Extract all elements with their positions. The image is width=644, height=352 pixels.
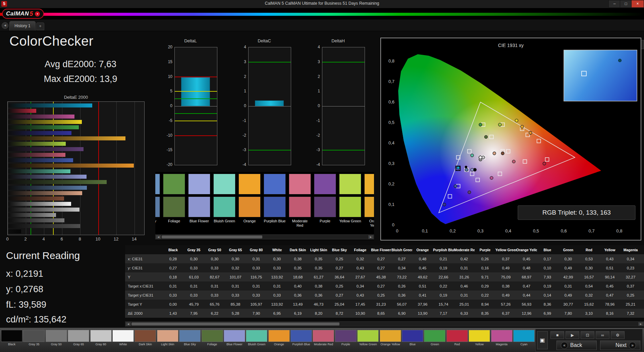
patch-gray-80[interactable]: Gray 80	[90, 330, 112, 346]
max-de2000: Max dE2000: 13,9	[13, 74, 148, 84]
strip-item-yellow-green[interactable]: Yellow Green	[339, 174, 361, 227]
reference-line	[322, 150, 365, 150]
table-cell: 0,19	[433, 263, 454, 272]
logo-menu-caret-icon[interactable]: ▾	[35, 11, 40, 16]
patch-red[interactable]: Red	[446, 330, 468, 346]
scrollbar-thumb[interactable]	[162, 235, 262, 238]
table-cell: 0,48	[516, 263, 537, 272]
patch-foliage[interactable]: Foliage	[202, 330, 223, 346]
patch-cyan[interactable]: Cyan	[513, 330, 535, 346]
capture-button[interactable]: ⊡	[581, 331, 594, 339]
patch-label: Purplish Blue	[290, 343, 312, 346]
table-cell: 0,16	[475, 263, 495, 272]
table-cell: 13,49	[287, 300, 308, 309]
strip-item-orange[interactable]: Orange	[238, 174, 261, 227]
table-cell: 133,92	[267, 272, 287, 281]
table-cell: 0,30	[267, 254, 287, 263]
strip-item-foliage[interactable]: Foliage	[163, 174, 185, 227]
patch-green[interactable]: Green	[424, 330, 445, 346]
patch-yellow-green[interactable]: Yellow Green	[357, 330, 379, 346]
x-tick-label: 0,1	[422, 228, 428, 233]
patch-label: Red	[446, 343, 468, 346]
table-cell: 0,48	[412, 254, 433, 263]
strip-item-purple[interactable]: Purple	[314, 174, 336, 227]
deltah-chart: DeltaH 43210-1-2-3-4	[310, 38, 366, 173]
patch-gray-50[interactable]: Gray 50	[46, 330, 67, 346]
patch-yellow[interactable]: Yellow	[469, 330, 490, 346]
strip-item-purplish-blue[interactable]: Purplish Blue	[264, 174, 286, 227]
x-tick-label: 0,3	[477, 228, 483, 233]
patch-dark-skin[interactable]: Dark Skin	[135, 330, 156, 346]
minimize-button[interactable]: –	[608, 0, 621, 8]
deltae-bar-blue-sky	[8, 186, 87, 190]
patch-moderate-red[interactable]: Moderate Red	[313, 330, 334, 346]
scroll-right-icon[interactable]: ▶	[638, 322, 643, 326]
scroll-right-icon[interactable]: ▶	[368, 235, 373, 239]
table-cell: 7,95	[183, 309, 204, 318]
target-swatch	[339, 196, 361, 217]
patch-label: Orange Yellow	[380, 343, 401, 346]
strip-item-blue-sky[interactable]: Blue Sky	[155, 174, 160, 227]
settings-button[interactable]: ⚙	[611, 331, 625, 339]
patch-purple[interactable]: Purple	[335, 330, 357, 346]
patch-orange[interactable]: Orange	[268, 330, 290, 346]
close-button[interactable]: ×	[631, 0, 644, 8]
table-cell: 0,33	[267, 263, 287, 272]
patch-magenta[interactable]: Magenta	[491, 330, 513, 346]
table-cell: 0,31	[558, 281, 579, 291]
table-cell: 12,96	[516, 309, 537, 318]
patch-black[interactable]: Black	[1, 330, 22, 346]
patch-blue-sky[interactable]: Blue Sky	[179, 330, 201, 346]
pattern-window-button[interactable]: ▣	[537, 331, 548, 349]
cie-plot: 00,10,20,30,40,50,60,70,800,10,20,30,40,…	[381, 38, 641, 240]
patch-orange-yellow[interactable]: Orange Yellow	[380, 330, 401, 346]
add-tab-button[interactable]: +	[36, 23, 44, 30]
table-cell: 37,96	[412, 300, 433, 309]
patch-gray-35[interactable]: Gray 35	[23, 330, 45, 346]
patch-blue[interactable]: Blue	[402, 330, 423, 346]
deltae-bar-dark-skin	[8, 196, 64, 201]
calman-logo[interactable]: CalMAN 5 ▾	[2, 9, 44, 19]
stop-button[interactable]: ■	[550, 331, 564, 339]
patch-bluish-green[interactable]: Bluish Green	[246, 330, 267, 346]
patch-white[interactable]: White	[112, 330, 134, 346]
nav-back-button[interactable]: ◀	[2, 22, 8, 29]
deltae-bar-yellow-green	[8, 142, 66, 146]
deltae-bar-light-skin	[8, 191, 82, 195]
play-button[interactable]: ▶	[566, 331, 579, 339]
table-cell: 0,35	[287, 263, 308, 272]
table-cell: 0,43	[350, 291, 371, 300]
back-button[interactable]: « Back	[556, 341, 597, 350]
patch-gray-65[interactable]: Gray 65	[68, 330, 89, 346]
scroll-left-icon[interactable]: ◀	[126, 322, 131, 326]
strip-item-moderate-red[interactable]: Moderate Red	[289, 174, 311, 227]
table-cell: 36,64	[329, 272, 350, 281]
strip-item-bluish-green[interactable]: Bluish Green	[213, 174, 235, 227]
scrollbar-thumb[interactable]	[131, 322, 339, 325]
maximize-button[interactable]: □	[620, 0, 632, 8]
patch-light-skin[interactable]: Light Skin	[157, 330, 178, 346]
y-tick-label: -5	[162, 118, 172, 123]
deltae-bar-gray-35	[8, 224, 80, 228]
patch-label: Foliage	[202, 343, 223, 346]
patch-purplish-blue[interactable]: Purplish Blue	[290, 330, 312, 346]
target-swatch	[163, 196, 185, 217]
strip-item-orange-yellow[interactable]: Orange Yellow	[364, 174, 374, 227]
next-button[interactable]: Next »	[600, 341, 640, 350]
table-cell: 0,44	[516, 291, 537, 300]
table-cell: 25,21	[620, 300, 641, 309]
strip-item-blue-flower[interactable]: Blue Flower	[188, 174, 210, 227]
scroll-left-icon[interactable]: ◀	[156, 235, 161, 239]
table-scrollbar[interactable]: ◀ ▶	[125, 321, 644, 326]
table-cell: 13,90	[412, 309, 433, 318]
reference-line	[175, 77, 217, 77]
continuous-button[interactable]: ∞	[596, 331, 609, 339]
table-cell: 61,03	[183, 272, 204, 281]
table-cell: 8,94	[475, 300, 495, 309]
tab-history-1[interactable]: History 1	[9, 21, 36, 31]
y-tick-label: 4	[310, 45, 320, 49]
table-cell: 27,67	[350, 272, 371, 281]
transport-controls: ■▶⊡∞⚙	[550, 331, 625, 339]
strip-scrollbar[interactable]: ◀ ▶	[155, 234, 374, 239]
patch-blue-flower[interactable]: Blue Flower	[224, 330, 245, 346]
